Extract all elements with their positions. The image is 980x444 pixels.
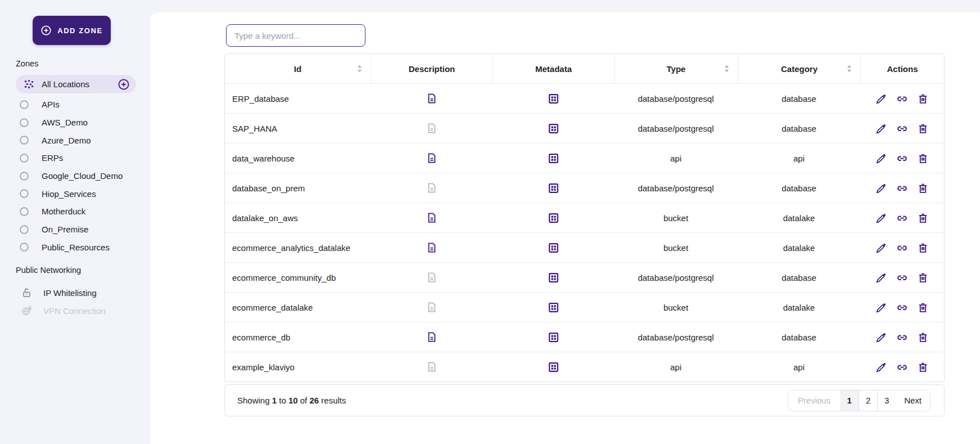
actions-cell xyxy=(860,293,944,322)
page-button-2[interactable]: 2 xyxy=(859,391,877,411)
column-header-id[interactable]: Id xyxy=(225,54,371,83)
page-button-3[interactable]: 3 xyxy=(877,391,896,411)
row-category-text: datalake xyxy=(783,303,815,312)
document-icon[interactable] xyxy=(426,361,437,373)
link-button[interactable] xyxy=(896,212,908,224)
row-category-text: database xyxy=(782,124,816,133)
column-header-description: Description xyxy=(371,54,493,83)
table-row: data_warehouseapiapi xyxy=(225,143,944,173)
column-header-label: Description xyxy=(409,64,455,74)
grid-icon[interactable] xyxy=(548,302,559,313)
document-icon[interactable] xyxy=(426,241,437,254)
link-button[interactable] xyxy=(896,93,908,105)
table-footer: Showing 1 to 10 of 26 results Previous 1… xyxy=(224,384,945,416)
next-page-button[interactable]: Next xyxy=(896,391,930,411)
row-category-text: database xyxy=(782,183,816,193)
sidebar-item-google_cloud_demo[interactable]: Google_Cloud_Demo xyxy=(0,167,150,185)
delete-button[interactable] xyxy=(917,123,929,134)
previous-page-button[interactable]: Previous xyxy=(788,391,840,411)
document-icon[interactable] xyxy=(426,212,437,224)
grid-icon[interactable] xyxy=(548,123,559,134)
trash-icon xyxy=(917,361,929,373)
link-button[interactable] xyxy=(896,272,908,284)
column-header-type[interactable]: Type xyxy=(614,54,738,83)
grid-icon[interactable] xyxy=(548,361,559,373)
sidebar-item-erps[interactable]: ERPs xyxy=(0,149,150,167)
grid-icon[interactable] xyxy=(548,212,559,224)
zone-item-label: On_Premise xyxy=(42,225,88,234)
document-icon[interactable] xyxy=(426,271,437,284)
delete-button[interactable] xyxy=(917,361,929,373)
plus-circle-icon xyxy=(40,25,52,36)
description-cell xyxy=(371,233,493,262)
link-button[interactable] xyxy=(896,361,908,373)
edit-button[interactable] xyxy=(875,93,887,105)
grid-icon[interactable] xyxy=(548,272,559,284)
table-row: SAP_HANAdatabase/postgresqldatabase xyxy=(225,113,944,143)
sidebar-item-all-locations[interactable]: All Locations xyxy=(16,75,136,93)
grid-icon[interactable] xyxy=(548,331,559,343)
delete-button[interactable] xyxy=(917,272,929,284)
sidebar-item-apis[interactable]: APIs xyxy=(0,96,150,114)
sidebar-item-ip-whitelisting[interactable]: IP Whitelisting xyxy=(0,284,150,302)
document-icon[interactable] xyxy=(426,301,437,313)
description-cell xyxy=(371,114,493,143)
document-icon[interactable] xyxy=(426,152,437,164)
link-button[interactable] xyxy=(896,153,908,164)
sidebar-item-on_premise[interactable]: On_Premise xyxy=(0,221,150,239)
grid-icon[interactable] xyxy=(548,182,559,194)
add-location-icon[interactable] xyxy=(118,78,130,91)
search-input[interactable] xyxy=(226,24,365,47)
edit-button[interactable] xyxy=(875,331,887,343)
category-cell: datalake xyxy=(738,233,860,262)
trash-icon xyxy=(917,272,929,284)
radio-circle-icon xyxy=(19,100,29,110)
id-cell: database_on_prem xyxy=(225,173,371,203)
link-button[interactable] xyxy=(896,302,908,313)
delete-button[interactable] xyxy=(917,331,929,343)
sidebar-item-hiop_services[interactable]: Hiop_Services xyxy=(0,185,150,203)
row-type-text: database/postgresql xyxy=(638,333,713,342)
sidebar: ADD ZONE Zones All Locations APIsAWS_Dem… xyxy=(0,0,150,444)
delete-button[interactable] xyxy=(917,93,929,105)
edit-button[interactable] xyxy=(875,153,887,164)
page-button-1[interactable]: 1 xyxy=(840,391,859,411)
edit-button[interactable] xyxy=(875,123,887,134)
edit-button[interactable] xyxy=(875,242,887,254)
type-cell: database/postgresql xyxy=(614,173,738,203)
sidebar-item-aws_demo[interactable]: AWS_Demo xyxy=(0,114,150,132)
column-header-label: Id xyxy=(294,64,301,74)
column-header-category[interactable]: Category xyxy=(738,54,860,83)
row-category-text: database xyxy=(782,94,816,104)
document-icon[interactable] xyxy=(426,122,437,134)
edit-button[interactable] xyxy=(875,182,887,194)
sidebar-item-motherduck[interactable]: Motherduck xyxy=(0,203,150,221)
delete-button[interactable] xyxy=(917,302,929,313)
edit-button[interactable] xyxy=(875,302,887,313)
delete-button[interactable] xyxy=(917,212,929,224)
id-cell: example_klaviyo xyxy=(225,352,371,382)
sidebar-item-azure_demo[interactable]: Azure_Demo xyxy=(0,131,150,149)
row-type-text: api xyxy=(670,154,681,163)
grid-icon[interactable] xyxy=(548,153,559,164)
grid-icon[interactable] xyxy=(548,242,559,254)
edit-button[interactable] xyxy=(875,212,887,224)
description-cell xyxy=(371,293,493,322)
document-icon[interactable] xyxy=(426,331,437,343)
grid-icon[interactable] xyxy=(548,93,559,105)
table-row: ecommerce_analytics_datalakebucketdatala… xyxy=(225,232,944,262)
edit-button[interactable] xyxy=(875,272,887,284)
sidebar-item-public_resources[interactable]: Public_Resources xyxy=(0,239,150,257)
edit-button[interactable] xyxy=(875,361,887,373)
add-zone-button[interactable]: ADD ZONE xyxy=(33,16,111,45)
delete-button[interactable] xyxy=(917,153,929,164)
delete-button[interactable] xyxy=(917,182,929,194)
delete-button[interactable] xyxy=(917,242,929,254)
document-icon[interactable] xyxy=(426,92,437,105)
link-button[interactable] xyxy=(896,331,908,343)
unlock-icon xyxy=(21,288,32,298)
link-button[interactable] xyxy=(896,242,908,254)
link-button[interactable] xyxy=(896,123,908,134)
link-button[interactable] xyxy=(896,182,908,194)
document-icon[interactable] xyxy=(426,182,437,194)
